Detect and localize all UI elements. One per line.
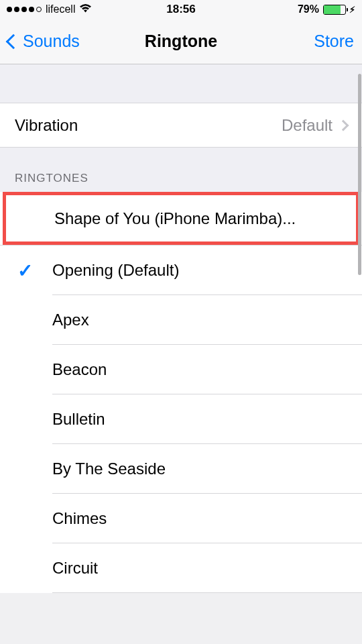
- ringtone-label: Opening (Default): [52, 261, 179, 280]
- ringtone-label: Chimes: [52, 509, 107, 528]
- section-header-label: RINGTONES: [15, 172, 347, 185]
- ringtone-list: Shape of You (iPhone Marimba)... ✓ Openi…: [0, 192, 362, 593]
- ringtones-section-header: RINGTONES: [0, 148, 362, 193]
- vibration-label: Vibration: [15, 116, 78, 135]
- section-spacer: [0, 64, 362, 103]
- ringtone-row-circuit[interactable]: Circuit: [0, 543, 362, 593]
- page-title: Ringtone: [145, 32, 217, 51]
- vibration-row[interactable]: Vibration Default: [0, 103, 362, 148]
- ringtone-row-custom[interactable]: Shape of You (iPhone Marimba)...: [3, 192, 359, 245]
- vibration-value-group: Default: [282, 116, 347, 135]
- ringtone-row-chimes[interactable]: Chimes: [0, 494, 362, 543]
- nav-bar: Sounds Ringtone Store: [0, 19, 362, 64]
- status-time: 18:56: [166, 3, 195, 16]
- wifi-icon: [79, 3, 92, 16]
- ringtone-row-by-the-seaside[interactable]: By The Seaside: [0, 444, 362, 494]
- back-label: Sounds: [23, 32, 80, 51]
- signal-strength-icon: [7, 7, 42, 12]
- chevron-right-icon: [338, 119, 349, 131]
- battery-icon: [323, 5, 346, 15]
- carrier-label: lifecell: [46, 3, 75, 15]
- ringtone-row-beacon[interactable]: Beacon: [0, 345, 362, 394]
- status-right-group: 79% ⚡︎: [298, 3, 355, 15]
- vibration-value: Default: [282, 116, 333, 135]
- ringtone-label: Apex: [52, 311, 89, 329]
- ringtone-label: Beacon: [52, 360, 107, 379]
- status-left-group: lifecell: [7, 3, 92, 16]
- charging-icon: ⚡︎: [349, 5, 355, 15]
- chevron-left-icon: [6, 34, 21, 49]
- back-button[interactable]: Sounds: [8, 32, 80, 51]
- ringtone-row-apex[interactable]: Apex: [0, 295, 362, 345]
- ringtone-row-bulletin[interactable]: Bulletin: [0, 394, 362, 444]
- scroll-indicator[interactable]: [358, 74, 361, 275]
- battery-percent: 79%: [298, 3, 319, 15]
- ringtone-label: Circuit: [52, 559, 98, 578]
- store-button[interactable]: Store: [314, 32, 354, 51]
- ringtone-label: By The Seaside: [52, 460, 166, 478]
- ringtone-row-opening[interactable]: ✓ Opening (Default): [0, 246, 362, 295]
- ringtone-label: Bulletin: [52, 410, 105, 429]
- ringtone-label: Shape of You (iPhone Marimba)...: [54, 209, 296, 228]
- status-bar: lifecell 18:56 79% ⚡︎: [0, 0, 362, 19]
- checkmark-icon: ✓: [17, 260, 33, 282]
